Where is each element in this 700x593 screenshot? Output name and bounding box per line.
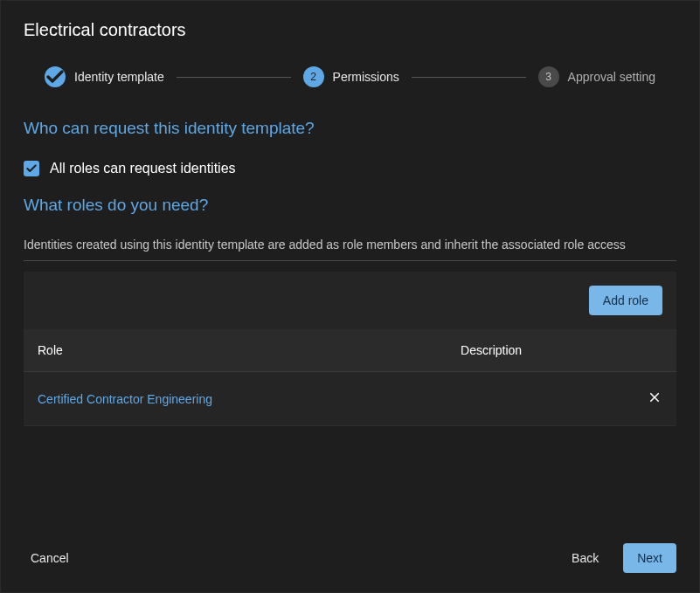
column-header-role: Role [24,329,447,372]
what-roles-heading: What roles do you need? [24,196,676,215]
dialog-footer: Cancel Back Next [1,529,699,592]
table-row: Certified Contractor Engineering [24,372,676,426]
roles-table: Role Description Certified Contractor En… [24,329,676,426]
roles-helper-text: Identities created using this identity t… [24,232,676,261]
table-toolbar: Add role [24,272,676,329]
back-button[interactable]: Back [558,543,613,573]
remove-icon[interactable] [647,390,662,405]
column-header-actions [633,329,676,372]
step-connector [412,77,526,78]
column-header-description: Description [447,329,633,372]
checkbox-checked-icon[interactable] [24,161,39,176]
step-label: Permissions [333,70,399,84]
who-can-request-heading: Who can request this identity template? [24,119,676,138]
cancel-button[interactable]: Cancel [17,543,83,573]
step-number: 3 [538,66,559,87]
all-roles-checkbox-row[interactable]: All roles can request identities [24,155,676,182]
dialog: Electrical contractors Identity template… [0,0,700,593]
role-description [447,372,633,426]
step-approval-setting[interactable]: 3 Approval setting [538,66,655,87]
dialog-content: Who can request this identity template? … [1,96,699,529]
page-title: Electrical contractors [24,20,676,40]
step-label: Approval setting [568,70,655,84]
step-number: 2 [303,66,324,87]
checkbox-label: All roles can request identities [50,161,236,176]
role-link[interactable]: Certified Contractor Engineering [24,372,447,426]
step-connector [177,77,291,78]
step-identity-template[interactable]: Identity template [45,66,164,87]
step-permissions[interactable]: 2 Permissions [303,66,399,87]
dialog-header: Electrical contractors [1,1,699,49]
next-button[interactable]: Next [623,543,676,573]
stepper: Identity template 2 Permissions 3 Approv… [1,49,699,96]
footer-right: Back Next [558,543,676,573]
check-icon [45,66,66,87]
step-label: Identity template [74,70,164,84]
roles-table-container: Add role Role Description Certified Cont… [24,272,676,426]
add-role-button[interactable]: Add role [589,286,662,315]
